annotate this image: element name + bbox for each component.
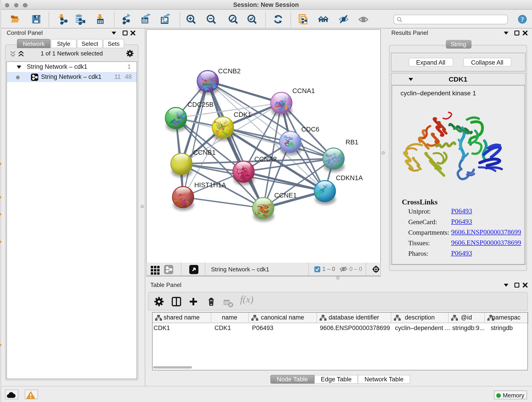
svg-text:CCNA1: CCNA1 <box>292 87 315 95</box>
svg-text:CCNB2: CCNB2 <box>218 67 240 75</box>
svg-text:CCNE1: CCNE1 <box>274 191 297 199</box>
svg-text:CDC25B: CDC25B <box>187 101 213 108</box>
svg-text:RB1: RB1 <box>345 138 358 146</box>
svg-text:CDK1: CDK1 <box>234 111 251 118</box>
svg-text:CCNB1: CCNB1 <box>193 149 215 156</box>
svg-text:CDC6: CDC6 <box>301 126 319 133</box>
svg-text:CCNA2: CCNA2 <box>254 155 277 163</box>
svg-text:?: ? <box>520 16 524 23</box>
svg-text:CDKN1A: CDKN1A <box>336 174 363 182</box>
svg-text:HIST1H1A: HIST1H1A <box>194 181 226 189</box>
